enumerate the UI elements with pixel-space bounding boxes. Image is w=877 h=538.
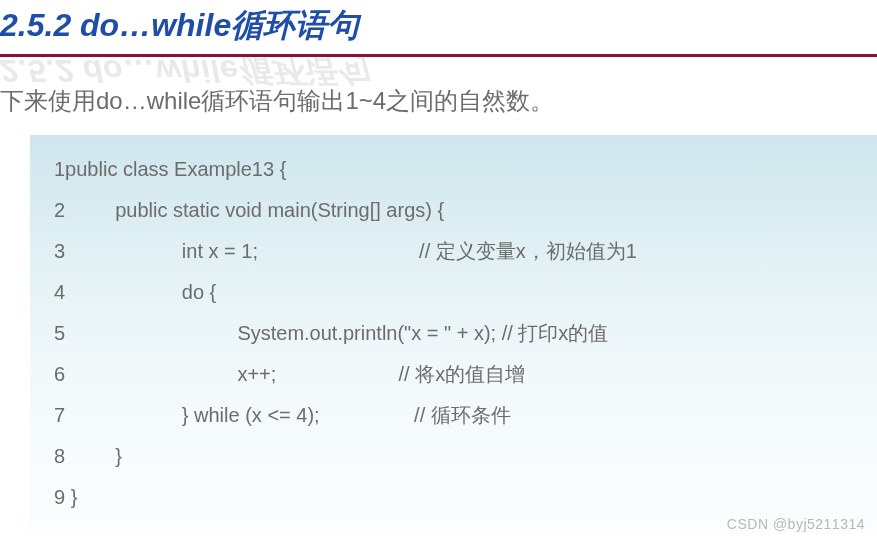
intro-text: 下来使用do…while循环语句输出1~4之间的自然数。 [0, 75, 877, 135]
section-heading: 2.5.2 do…while循环语句 [0, 0, 877, 54]
code-line: 8 } [54, 436, 853, 477]
code-line: 4 do { [54, 272, 853, 313]
watermark: CSDN @byj5211314 [727, 516, 865, 532]
code-line: 6 x++; // 将x的值自增 [54, 354, 853, 395]
code-line: 2 public static void main(String[] args)… [54, 190, 853, 231]
code-line: 1public class Example13 { [54, 149, 853, 190]
heading-rule [0, 54, 877, 57]
code-line: 9 } [54, 477, 853, 518]
code-line: 5 System.out.println("x = " + x); // 打印x… [54, 313, 853, 354]
code-line: 7 } while (x <= 4); // 循环条件 [54, 395, 853, 436]
code-line: 3 int x = 1; // 定义变量x，初始值为1 [54, 231, 853, 272]
code-block: 1public class Example13 { 2 public stati… [30, 135, 877, 534]
